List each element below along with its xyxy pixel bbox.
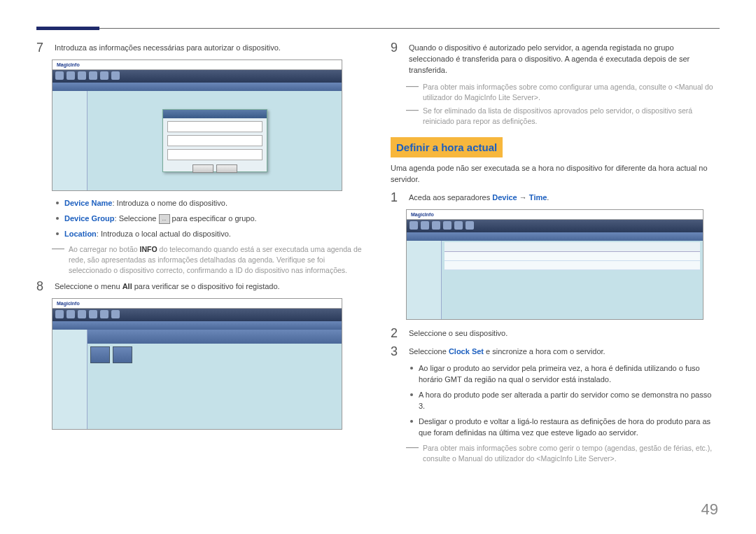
dash-icon: ― [406, 106, 419, 127]
note-end-text: Para obter mais informações sobre como g… [423, 443, 720, 464]
bullet-dot-icon [410, 393, 413, 396]
t1-a: Aceda aos separadores [409, 193, 492, 202]
t3-b: e sincronize a hora com o servidor. [484, 347, 606, 356]
time-b1-text: Ao ligar o produto ao servidor pela prim… [419, 363, 720, 386]
note-info-button: ― Ao carregar no botão INFO do telecoman… [52, 244, 365, 276]
note-info-a: Ao carregar no botão [69, 245, 140, 253]
two-column-layout: 7 Introduza as informações necessárias p… [36, 41, 720, 467]
note-9a: ― Para obter mais informações sobre como… [406, 82, 720, 103]
page-number: 49 [701, 500, 718, 519]
ellipsis-button-icon: ... [159, 214, 170, 224]
bullet-dot-icon [410, 367, 413, 370]
time-b2-text: A hora do produto pode ser alterada a pa… [419, 390, 720, 412]
step8-b: para verificar se o dispositivo foi regi… [132, 282, 280, 290]
t3-a: Seleccione [409, 347, 449, 356]
step-text: Introduza as informações necessárias par… [55, 41, 281, 54]
screenshot-device-time: MagicInfo [406, 209, 704, 320]
time-step-1: 1 Aceda aos separadores Device → Time. [391, 191, 720, 204]
step-8: 8 Seleccione o menu All para verificar s… [36, 280, 365, 293]
t3-clock: Clock Set [449, 347, 484, 356]
bullet-dot-icon [410, 420, 413, 423]
text-location: : Introduza o local actual do dispositiv… [97, 230, 231, 238]
step-7: 7 Introduza as informações necessárias p… [36, 41, 365, 54]
section-intro: Uma agenda pode não ser executada se a h… [391, 163, 720, 185]
approve-dialog [162, 109, 267, 172]
step9-text: Quando o dispositivo é autorizado pelo s… [409, 41, 720, 76]
t1-arrow: → [517, 193, 529, 202]
bullet-device-name: Device Name: Introduza o nome do disposi… [56, 198, 365, 209]
label-location: Location [64, 230, 97, 238]
left-column: 7 Introduza as informações necessárias p… [36, 41, 365, 467]
label-device-group: Device Group [64, 214, 115, 223]
note-9b-text: Se for eliminado da lista de dispositivo… [423, 106, 720, 127]
step-9: 9 Quando o dispositivo é autorizado pelo… [391, 41, 720, 76]
step-number: 9 [391, 41, 402, 76]
t1-device: Device [492, 193, 517, 202]
time-step-2: 2 Seleccione o seu dispositivo. [391, 327, 720, 339]
page-container: 7 Introduza as informações necessárias p… [0, 0, 756, 488]
dash-icon: ― [52, 244, 64, 276]
step-number: 7 [36, 41, 48, 54]
note-end: ― Para obter mais informações sobre como… [406, 443, 720, 464]
t2-text: Seleccione o seu dispositivo. [409, 327, 507, 339]
note-9b: ― Se for eliminado da lista de dispositi… [406, 106, 720, 127]
dash-icon: ― [406, 443, 419, 464]
time-bullet-2: A hora do produto pode ser alterada a pa… [410, 390, 720, 412]
screenshot-logo: MagicInfo [52, 299, 342, 309]
label-device-name: Device Name [64, 199, 113, 207]
time-bullets: Ao ligar o produto ao servidor pela prim… [410, 363, 720, 439]
text-device-group-b: para especificar o grupo. [170, 214, 257, 223]
note-9a-text: Para obter mais informações sobre como c… [423, 82, 720, 103]
step8-bold: All [122, 282, 132, 290]
step-number: 3 [391, 345, 402, 358]
screenshot-approve-device: MagicInfo [52, 59, 342, 191]
step8-a: Seleccione o menu [55, 282, 122, 290]
screenshot-all-devices: MagicInfo [52, 298, 342, 430]
header-rule [36, 28, 720, 29]
section-heading-time: Definir a hora actual [391, 137, 503, 158]
bullet-dot-icon [56, 202, 59, 204]
screenshot-logo: MagicInfo [407, 210, 703, 220]
bullet-location: Location: Introduza o local actual do di… [56, 229, 365, 240]
dash-icon: ― [406, 82, 419, 103]
t1-end: . [547, 193, 549, 202]
time-b3-text: Desligar o produto e voltar a ligá-lo re… [419, 416, 720, 439]
t1-time: Time [529, 193, 547, 202]
step-number: 8 [36, 280, 48, 293]
step-number: 2 [391, 327, 402, 339]
device-fields-list: Device Name: Introduza o nome do disposi… [56, 198, 365, 240]
bullet-dot-icon [56, 232, 59, 235]
time-bullet-1: Ao ligar o produto ao servidor pela prim… [410, 363, 720, 386]
note-info-bold: INFO [140, 245, 158, 253]
bullet-device-group: Device Group: Seleccione ... para especi… [56, 213, 365, 225]
step-number: 1 [391, 191, 402, 204]
screenshot-logo: MagicInfo [52, 60, 342, 70]
right-column: 9 Quando o dispositivo é autorizado pelo… [391, 41, 720, 467]
text-device-name: : Introduza o nome do dispositivo. [113, 199, 227, 207]
bullet-dot-icon [56, 217, 59, 220]
time-step-3: 3 Seleccione Clock Set e sincronize a ho… [391, 345, 720, 358]
text-device-group-a: : Seleccione [115, 214, 159, 223]
time-bullet-3: Desligar o produto e voltar a ligá-lo re… [410, 416, 720, 439]
